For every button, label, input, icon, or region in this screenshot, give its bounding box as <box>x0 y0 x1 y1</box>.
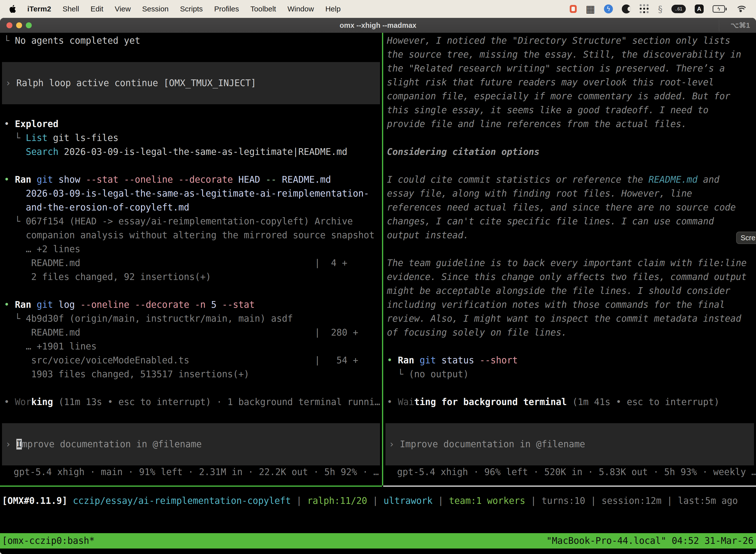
apple-menu-icon[interactable] <box>8 4 16 14</box>
terminal-line: 1903 files changed, 513517 insertions(+) <box>4 367 249 381</box>
badge-61-icon[interactable]: ..61 <box>672 5 686 13</box>
menu-status-icons: ▦ϟ§..61Aϟ <box>570 4 756 14</box>
terminal-line: including verification notes with those … <box>387 298 725 312</box>
terminal-line: provide file and line references from th… <box>387 117 687 131</box>
terminal-line: However, I noticed the "Directory Struct… <box>387 34 730 48</box>
omx-status-line: [OMX#0.11.9] cczip/essay/ai-reimplementa… <box>2 494 738 508</box>
pane-divider-vertical[interactable] <box>382 33 383 486</box>
terminal-line: └ 067f154 (HEAD -> essay/ai-reimplementa… <box>4 214 353 228</box>
terminal-line: of focusing solely on file lines. <box>387 326 567 340</box>
terminal-line: src/voice/voiceModeEnabled.ts | 54 + <box>4 353 358 367</box>
terminal-line: └ 4b9d30f (origin/main, instructkr/main,… <box>4 312 293 326</box>
terminal-line: README.md | 280 + <box>4 326 358 340</box>
right-model-status: gpt-5.4 xhigh · 96% left · 520K in · 5.8… <box>383 465 756 479</box>
terminal-line: • Waiting for background terminal (1m 41… <box>387 395 719 409</box>
terminal-content: └ No agents completed yet• Explored └ Li… <box>0 33 756 554</box>
menu-item-scripts[interactable]: Scripts <box>180 5 203 13</box>
window-title-bar[interactable]: omx --xhigh --madmax ⌥⌘1 <box>0 18 756 33</box>
terminal-line: └ No agents completed yet <box>4 34 140 48</box>
terminal-line: README.md | 4 + <box>4 256 347 270</box>
dark-crescent-icon[interactable] <box>622 4 631 13</box>
recording-indicator-icon[interactable] <box>570 5 577 13</box>
grid-shield-icon[interactable]: ▦ <box>586 4 595 14</box>
terminal-line: • Ran git log --oneline --decorate -n 5 … <box>4 298 255 312</box>
window-title: omx --xhigh --madmax <box>0 18 756 33</box>
menu-item-window[interactable]: Window <box>288 5 314 13</box>
left-prompt-input[interactable]: › Improve documentation in @filename <box>2 423 380 465</box>
blue-badge-icon[interactable]: ϟ <box>604 4 613 13</box>
pane-border-bottom-left <box>0 486 382 487</box>
window-shortcut-badge: ⌥⌘1 <box>731 18 750 33</box>
terminal-line: the source tree, missing the essay. Stil… <box>387 48 741 62</box>
screen-share-chip[interactable]: Scre <box>736 232 756 244</box>
iterm2-window: omx --xhigh --madmax ⌥⌘1 └ No agents com… <box>0 18 756 554</box>
ralph-loop-box: › Ralph loop active continue [OMX_TMUX_I… <box>2 62 380 104</box>
pane-border-bottom-right <box>383 486 756 487</box>
menu-item-toolbelt[interactable]: Toolbelt <box>251 5 276 13</box>
menu-item-edit[interactable]: Edit <box>90 5 104 13</box>
terminal-line: the "Related research writing" section i… <box>387 62 725 75</box>
squiggle-icon[interactable]: § <box>658 4 663 14</box>
terminal-line: evidence. Since this change only affects… <box>387 270 747 284</box>
terminal-line: Search 2026-03-09-is-legal-the-same-as-l… <box>4 145 347 159</box>
terminal-line: companion analysis without altering the … <box>4 228 375 242</box>
battery-icon[interactable]: ϟ <box>712 5 727 13</box>
left-prompt-text: › Improve documentation in @filename <box>5 437 202 451</box>
terminal-line: slight risk that future readers may over… <box>387 75 714 89</box>
terminal-line: output instead. <box>387 228 469 242</box>
tmux-status-bar: [omx-cczip0:bash* "MacBook-Pro-44.local"… <box>0 533 756 549</box>
menu-item-profiles[interactable]: Profiles <box>214 5 239 13</box>
menu-item-session[interactable]: Session <box>142 5 169 13</box>
terminal-line: • Working (11m 13s • esc to interrupt) ·… <box>4 395 380 409</box>
terminal-line: Considering citation options <box>387 145 540 159</box>
titlebar-separator <box>719 19 719 31</box>
terminal-line: might be acceptable alongside the file l… <box>387 284 730 298</box>
right-prompt-text: › Improve documentation in @filename <box>389 437 585 451</box>
right-prompt-input[interactable]: › Improve documentation in @filename <box>385 423 754 465</box>
terminal-line: … +2 lines <box>4 242 80 256</box>
menu-item-iterm2[interactable]: iTerm2 <box>27 5 51 13</box>
terminal-line: I could cite commit statistics or refere… <box>387 173 719 187</box>
terminal-line: • Explored <box>4 117 59 131</box>
terminal-line: companion file, especially if more comme… <box>387 89 730 103</box>
ralph-loop-line: › Ralph loop active continue [OMX_TMUX_I… <box>5 76 256 90</box>
terminal-line: 2 files changed, 92 insertions(+) <box>4 270 211 284</box>
menu-item-shell[interactable]: Shell <box>63 5 79 13</box>
menu-item-help[interactable]: Help <box>325 5 341 13</box>
terminal-line: essay file, along with finding root file… <box>387 187 692 201</box>
macos-menu-bar: iTerm2ShellEditViewSessionScriptsProfile… <box>0 0 756 18</box>
terminal-line: └ List git ls-files <box>4 131 119 145</box>
terminal-line: 2026-03-09-is-legal-the-same-as-legitima… <box>4 187 369 201</box>
terminal-line: this single essay, it seems like a good … <box>387 103 709 117</box>
terminal-line: references need actual files, and since … <box>387 201 736 214</box>
terminal-line: and-the-erosion-of-copyleft.md <box>4 201 189 214</box>
terminal-line: • Ran git status --short <box>387 353 518 367</box>
terminal-line: … +1901 lines <box>4 340 97 353</box>
menu-items: iTerm2ShellEditViewSessionScriptsProfile… <box>27 5 352 13</box>
letter-a-app-icon[interactable]: A <box>695 4 704 13</box>
dots-grid-icon[interactable] <box>640 4 649 14</box>
wifi-icon[interactable] <box>736 5 746 13</box>
terminal-line: • Ran git show --stat --oneline --decora… <box>4 173 331 187</box>
tmux-host-clock: "MacBook-Pro-44.local" 04:52 31-Mar-26 <box>547 534 756 548</box>
left-model-status: gpt-5.4 xhigh · main · 91% left · 2.31M … <box>0 465 382 479</box>
terminal-line: The team guideline is to back every impo… <box>387 256 747 270</box>
right-pane: However, I noticed the "Directory Struct… <box>383 33 756 486</box>
terminal-line: review. Also, I might want to inspect th… <box>387 312 741 326</box>
screen-share-chip-label: Scre <box>741 234 756 242</box>
terminal-line: changes, I can't cite specific file line… <box>387 214 714 228</box>
tmux-session-window: [omx-cczip0:bash* <box>0 534 95 548</box>
menu-item-view[interactable]: View <box>115 5 131 13</box>
terminal-line: └ (no output) <box>387 367 469 381</box>
